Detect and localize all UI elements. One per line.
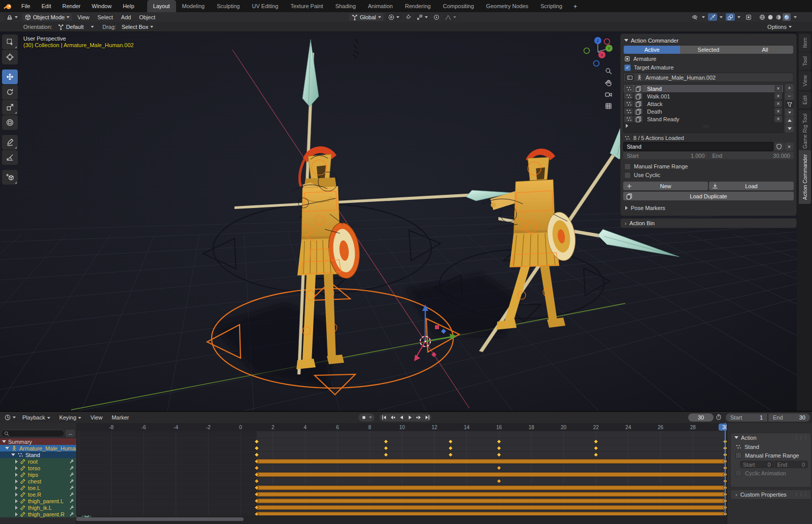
start-frame-field[interactable]: Start1.000 [623, 152, 708, 159]
timeline-editor-type-dropdown[interactable] [3, 413, 18, 422]
timeline-menu-view[interactable]: View [86, 414, 107, 421]
action-panel-header[interactable]: Action ⋮⋮⋮ [731, 433, 811, 442]
action-list-footer[interactable]: :::: [624, 123, 783, 129]
workspace-tab-shading[interactable]: Shading [329, 0, 362, 12]
delete-action-button[interactable]: × [774, 108, 782, 115]
shading-material-button[interactable] [774, 13, 783, 21]
annotate-tool-button[interactable] [2, 135, 18, 150]
copy-icon[interactable] [634, 100, 642, 107]
action-name-row[interactable]: Stand [731, 443, 811, 450]
move-up-button[interactable] [785, 117, 794, 124]
move-tool-button[interactable] [2, 69, 18, 84]
workspace-tab-compositing[interactable]: Compositing [437, 0, 480, 12]
action-start-field[interactable]: Start0 [740, 461, 774, 468]
timeline-menu-keying[interactable]: Keying [55, 414, 86, 421]
menu-window[interactable]: Window [86, 3, 117, 9]
action-name-field[interactable]: Stand [623, 142, 773, 151]
workspace-tab-animation[interactable]: Animation [362, 0, 399, 12]
menu-render[interactable]: Render [57, 3, 86, 9]
camera-button[interactable] [604, 90, 613, 98]
wrench-icon[interactable] [69, 492, 75, 498]
copy-icon[interactable] [634, 108, 642, 115]
gizmo-visibility-button[interactable] [690, 13, 699, 21]
workspace-tab-rendering[interactable]: Rendering [399, 0, 437, 12]
viewport-3d[interactable]: User Perspective (30) Collection | Armat… [0, 31, 812, 411]
dopesheet-area[interactable]: -8-6-4-2024681012141618202224262830 [76, 423, 727, 515]
manual-frame-range-checkbox2[interactable] [735, 452, 742, 459]
sidebar-tab-game-rig-tool[interactable]: Game Rig Tool [799, 110, 811, 153]
manual-frame-range-row2[interactable]: Manual Frame Range [731, 451, 811, 459]
load-action-button[interactable]: Load [709, 182, 794, 190]
workspace-tab-uv-editing[interactable]: UV Editing [246, 0, 284, 12]
use-cyclic-row[interactable]: Use Cyclic [623, 171, 794, 179]
channel-row-summary[interactable]: Summary [0, 438, 78, 445]
select-box-tool-button[interactable] [2, 34, 18, 49]
xray-toggle[interactable] [744, 13, 753, 21]
show-gizmo-toggle[interactable] [708, 13, 717, 21]
timeline-scrollbar[interactable] [76, 517, 727, 521]
copy-icon[interactable] [634, 93, 642, 99]
delete-action-button[interactable]: × [774, 116, 782, 122]
hand-button[interactable] [604, 79, 613, 87]
options-dropdown[interactable]: Options [767, 24, 787, 30]
workspace-tab-geometry-nodes[interactable]: Geometry Nodes [480, 0, 534, 12]
action-list-item-stand-ready[interactable]: Stand Ready × [624, 115, 783, 123]
next-keyframe-button[interactable] [414, 413, 423, 422]
remove-action-button[interactable]: − [785, 92, 794, 100]
jump-end-button[interactable] [423, 413, 431, 422]
sidebar-tab-tool[interactable]: Tool [799, 52, 811, 70]
proportional-edit-toggle[interactable] [432, 13, 441, 21]
timeline-menu-marker[interactable]: Marker [107, 414, 133, 421]
armature-id-field[interactable]: Armature_Male_Human.002 [623, 73, 794, 82]
target-armature-checkbox[interactable]: ✓ [624, 64, 631, 71]
timeline-end-field[interactable]: End30 [768, 413, 810, 422]
mode-dropdown[interactable]: Object Mode [22, 13, 72, 21]
filter-tab-all[interactable]: All [737, 46, 793, 54]
shading-wireframe-button[interactable] [758, 13, 766, 21]
magnify-button[interactable] [604, 67, 613, 75]
workspace-tab-texture-paint[interactable]: Texture Paint [284, 0, 329, 12]
snap-toggle[interactable] [403, 13, 413, 21]
channel-search-input[interactable] [1, 430, 64, 437]
menu-edit[interactable]: Edit [36, 3, 57, 9]
filter-tab-active[interactable]: Active [624, 46, 680, 54]
panel-action-commander[interactable]: Action Commander [623, 36, 794, 45]
channel-row-stand[interactable]: Stand [0, 451, 87, 458]
action-icon[interactable] [624, 116, 633, 122]
menu-help[interactable]: Help [117, 3, 140, 9]
end-frame-field[interactable]: End30.000 [709, 152, 794, 159]
orientation-dropdown[interactable]: Global [349, 13, 384, 21]
action-icon[interactable] [624, 93, 633, 99]
action-icon[interactable] [624, 100, 633, 107]
scrollbar-thumb[interactable] [76, 517, 244, 521]
current-frame-field[interactable]: 30 [688, 413, 714, 422]
unlink-action-button[interactable]: × [785, 143, 794, 151]
copy-icon[interactable] [634, 116, 642, 122]
sidebar-tab-view[interactable]: View [799, 71, 811, 91]
action-list-item-stand[interactable]: Stand × [624, 85, 783, 92]
sidebar-tab-item[interactable]: Item [799, 33, 811, 52]
snap-target-dropdown[interactable] [414, 13, 430, 21]
workspace-tab-sculpting[interactable]: Sculpting [211, 0, 246, 12]
sidebar-tab-edit[interactable]: Edit [799, 91, 811, 109]
blender-logo-icon[interactable] [4, 2, 12, 10]
workspace-tab-modeling[interactable]: Modeling [176, 0, 211, 12]
use-cyclic-checkbox[interactable] [624, 172, 631, 179]
viewport-menu-view[interactable]: View [73, 14, 93, 20]
add-action-button[interactable]: + [785, 84, 794, 92]
action-list-item-death[interactable]: Death × [624, 108, 783, 115]
target-armature-row[interactable]: ✓ Target Armature [623, 64, 794, 71]
shading-rendered-button[interactable] [783, 13, 791, 21]
manual-frame-range-checkbox[interactable] [624, 163, 631, 170]
wrench-icon[interactable] [69, 485, 75, 491]
wrench-icon[interactable] [69, 498, 75, 504]
action-bin-panel[interactable]: ›Action Bin [620, 218, 797, 228]
wrench-icon[interactable] [69, 505, 75, 511]
add-cube-tool-button[interactable] [2, 170, 18, 185]
load-duplicate-button[interactable]: Load Duplicate [623, 192, 794, 200]
filter-tab-selected[interactable]: Selected [680, 46, 736, 54]
wrench-icon[interactable] [69, 478, 75, 484]
workspace-tab-layout[interactable]: Layout [147, 0, 176, 12]
play-reverse-button[interactable] [397, 413, 405, 422]
workspace-tab-scripting[interactable]: Scripting [534, 0, 568, 12]
